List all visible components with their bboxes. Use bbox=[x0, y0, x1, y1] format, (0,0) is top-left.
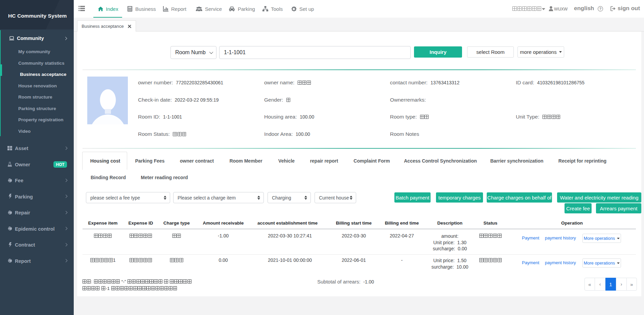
svg-text:?: ? bbox=[599, 7, 601, 11]
